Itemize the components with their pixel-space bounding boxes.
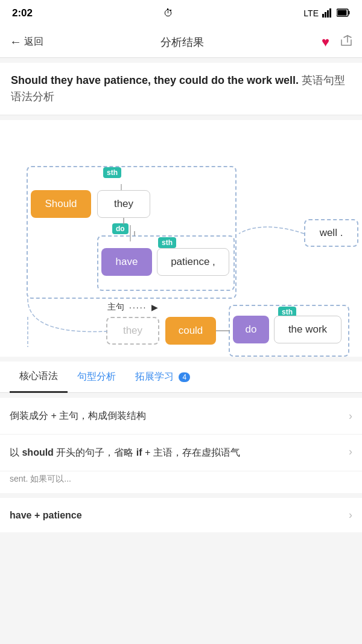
arrow-right-icon: ▶ [151, 302, 158, 312]
if-bold: if [136, 447, 142, 457]
tab-core[interactable]: 核心语法 [10, 362, 68, 393]
status-bar: 2:02 ⏱ LTE [0, 0, 362, 27]
sentence-header: Should they have patience, they could do… [0, 63, 362, 115]
grammar-item-3-text: have + patience [10, 510, 82, 521]
status-right-icons: LTE [303, 8, 350, 19]
should-bold: should [22, 447, 53, 457]
svg-rect-0 [322, 14, 324, 18]
back-label: 返回 [24, 36, 43, 48]
nav-bar: ← 返回 分析结果 ♥ [0, 27, 362, 58]
sth-badge-1: sth [103, 167, 121, 178]
svg-rect-5 [348, 11, 349, 14]
tabs-container: 核心语法 句型分析 拓展学习 4 [0, 362, 362, 393]
page-title: 分析结果 [43, 35, 322, 49]
grammar-item-3[interactable]: have + patience › [0, 498, 362, 532]
sth-badge-2: sth [158, 237, 176, 248]
word-have[interactable]: have [101, 248, 152, 276]
word-could[interactable]: could [165, 317, 216, 345]
do-badge: do [112, 223, 129, 234]
arrow-dots: ····· [129, 302, 147, 312]
tab-expand-badge: 4 [179, 372, 190, 382]
grammar-item-1[interactable]: 倒装成分 + 主句，构成倒装结构 › [0, 398, 362, 435]
signal-icon [322, 8, 333, 19]
svg-rect-6 [337, 10, 346, 15]
grammar-item-2[interactable]: 以 should 开头的句子，省略 if + 主语，存在虚拟语气 › [0, 435, 362, 471]
favorite-button[interactable]: ♥ [322, 34, 329, 50]
back-arrow-icon: ← [10, 35, 22, 49]
word-should[interactable]: Should [31, 190, 91, 218]
word-they1[interactable]: they [97, 190, 150, 218]
diagram-container: sth Should they do sth have patience , w… [10, 130, 352, 347]
status-time: 2:02 [12, 7, 33, 19]
word-do2[interactable]: do [233, 316, 269, 343]
share-button[interactable] [339, 34, 352, 50]
chevron-icon-1: › [349, 410, 352, 422]
svg-rect-1 [325, 12, 326, 18]
grammar-item-2-container: 以 should 开头的句子，省略 if + 主语，存在虚拟语气 › sent.… [0, 435, 362, 493]
word-the-work[interactable]: the work [274, 316, 341, 343]
svg-rect-3 [329, 8, 331, 18]
grammar-item-1-text: 倒装成分 + 主句，构成倒装结构 [10, 409, 341, 423]
word-they2[interactable]: they [106, 317, 159, 345]
grammar-item-2-subtext: sent. 如果可以... [0, 471, 362, 493]
word-well[interactable]: well . [306, 221, 357, 245]
svg-rect-2 [327, 10, 329, 18]
battery-icon [337, 8, 350, 19]
lte-label: LTE [303, 8, 319, 18]
grammar-item-2-text: 以 should 开头的句子，省略 if + 主语，存在虚拟语气 [10, 445, 341, 460]
main-clause-text: 主句 [107, 302, 124, 313]
sentence-bold: Should they have patience, they could do… [11, 74, 299, 86]
diagram-area: sth Should they do sth have patience , w… [0, 120, 362, 357]
tab-sentence[interactable]: 句型分析 [68, 362, 125, 392]
grammar-section: 倒装成分 + 主句，构成倒装结构 › 以 should 开头的句子，省略 if … [0, 398, 362, 493]
nav-actions: ♥ [322, 34, 352, 50]
main-clause-label: 主句 ····· ▶ [107, 302, 158, 313]
back-button[interactable]: ← 返回 [10, 35, 43, 49]
sentence-text: Should they have patience, they could do… [11, 74, 345, 103]
chevron-icon-2: › [349, 445, 352, 458]
tab-expand[interactable]: 拓展学习 4 [125, 362, 200, 392]
chevron-icon-3: › [349, 509, 352, 521]
word-patience[interactable]: patience , [157, 248, 229, 276]
status-clock-icon: ⏱ [164, 8, 173, 19]
